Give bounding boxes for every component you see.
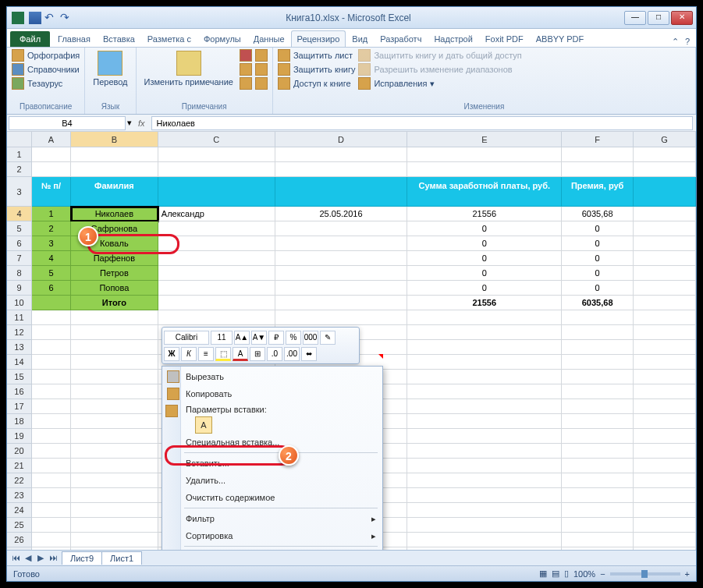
row-header[interactable]: 12 — [7, 325, 32, 340]
cell[interactable] — [32, 296, 71, 310]
thesaurus-button[interactable]: Тезаурус — [12, 77, 80, 90]
col-header-f[interactable]: F — [562, 132, 634, 147]
row-header[interactable]: 14 — [7, 355, 32, 370]
zoom-out-icon[interactable]: − — [600, 569, 605, 579]
research-button[interactable]: Справочники — [12, 63, 80, 76]
cell[interactable]: 3 — [32, 236, 71, 251]
view-layout-icon[interactable]: ▤ — [552, 569, 559, 579]
cell[interactable]: 6035,68 — [562, 296, 634, 310]
protect-sheet-button[interactable]: Защитить лист — [278, 49, 356, 62]
minimize-ribbon-icon[interactable]: ⌃ — [672, 37, 679, 47]
cell[interactable]: 0 — [562, 236, 634, 251]
row-header[interactable]: 16 — [7, 384, 32, 399]
tab-developer[interactable]: Разработч — [374, 30, 428, 47]
ctx-clear[interactable]: Очистить содержимое — [164, 489, 381, 506]
ctx-delete[interactable]: Удалить... — [164, 472, 381, 489]
protect-book-button[interactable]: Защитить книгу — [278, 63, 356, 76]
select-all-corner[interactable] — [7, 132, 32, 147]
currency-icon[interactable]: ₽ — [268, 331, 284, 345]
col-header-g[interactable]: G — [634, 132, 696, 147]
cell[interactable]: 0 — [562, 266, 634, 281]
cell[interactable]: 1 — [32, 207, 71, 221]
delete-comment-ribbon[interactable] — [240, 49, 252, 62]
cell[interactable]: 0 — [562, 281, 634, 296]
row-header[interactable]: 21 — [7, 459, 32, 473]
row-header[interactable]: 26 — [7, 533, 32, 547]
tab-data[interactable]: Данные — [247, 30, 291, 47]
translate-button[interactable]: Перевод — [90, 49, 130, 88]
share-book-button[interactable]: Доступ к книге — [278, 77, 356, 90]
cell[interactable]: 0 — [407, 251, 562, 266]
ctx-paste-special[interactable]: Специальная вставка... — [164, 434, 381, 451]
row-header[interactable]: 3 — [7, 177, 32, 207]
cell[interactable]: 4 — [32, 251, 71, 266]
ctx-cut[interactable]: Вырезать — [164, 368, 381, 385]
cell[interactable]: Фамилия — [71, 177, 158, 207]
minimize-button[interactable]: — — [624, 11, 646, 25]
decrease-decimal-icon[interactable]: .0 — [267, 347, 282, 361]
undo-icon[interactable]: ↶ — [44, 12, 57, 24]
row-header[interactable]: 4 — [7, 207, 32, 221]
cell[interactable]: 0 — [407, 236, 562, 251]
row-header[interactable]: 1 — [7, 147, 32, 162]
save-icon[interactable] — [29, 12, 41, 24]
sheet-tab[interactable]: Лист1 — [101, 551, 142, 565]
row-header[interactable]: 11 — [7, 310, 32, 325]
grow-font-icon[interactable]: A▲ — [234, 331, 250, 345]
shrink-font-icon[interactable]: A▼ — [251, 331, 267, 345]
tab-formulas[interactable]: Формулы — [197, 30, 247, 47]
font-color-icon[interactable]: A — [233, 347, 248, 361]
close-button[interactable]: ✕ — [671, 11, 693, 25]
cell[interactable]: 25.05.2016 — [275, 207, 408, 221]
row-header[interactable]: 19 — [7, 429, 32, 444]
row-header[interactable]: 25 — [7, 518, 32, 533]
row-header[interactable]: 17 — [7, 399, 32, 414]
redo-icon[interactable]: ↷ — [60, 12, 73, 24]
bold-button[interactable]: Ж — [164, 347, 179, 361]
cell[interactable] — [158, 296, 275, 310]
name-box[interactable]: B4 — [9, 116, 126, 130]
view-pagebreak-icon[interactable]: ▯ — [564, 569, 569, 579]
row-header[interactable]: 8 — [7, 266, 32, 281]
help-icon[interactable]: ? — [685, 37, 690, 47]
row-header[interactable]: 23 — [7, 488, 32, 503]
formula-bar[interactable]: Николаев — [151, 116, 693, 130]
ctx-insert[interactable]: Вставить... — [164, 455, 381, 472]
zoom-level[interactable]: 100% — [573, 569, 595, 579]
align-center-icon[interactable]: ≡ — [198, 347, 214, 361]
sheet-nav-prev-icon[interactable]: ◀ — [23, 553, 34, 563]
row-header[interactable]: 7 — [7, 251, 32, 266]
cell[interactable]: 0 — [562, 251, 634, 266]
col-header-a[interactable]: A — [32, 132, 71, 147]
cell[interactable]: 21556 — [407, 207, 562, 221]
cell[interactable]: 6035,68 — [562, 207, 634, 221]
cell[interactable] — [275, 221, 408, 236]
show-all-ribbon[interactable] — [255, 63, 268, 76]
col-header-b[interactable]: B — [71, 132, 158, 147]
tab-insert[interactable]: Вставка — [97, 30, 141, 47]
cell[interactable]: 0 — [407, 281, 562, 296]
fx-icon[interactable]: fx — [132, 119, 151, 128]
row-header[interactable]: 27 — [7, 547, 32, 550]
borders-icon[interactable]: ⊞ — [250, 347, 265, 361]
view-normal-icon[interactable]: ▦ — [539, 569, 547, 579]
font-size-select[interactable]: 11 — [211, 331, 233, 345]
cell[interactable]: Парфенов — [71, 251, 158, 266]
cell[interactable] — [275, 177, 408, 207]
cell[interactable]: 6 — [32, 281, 71, 296]
row-header[interactable]: 22 — [7, 473, 32, 488]
maximize-button[interactable]: □ — [648, 11, 669, 25]
allow-ranges-button[interactable]: Разрешить изменение диапазонов — [358, 63, 521, 76]
row-header[interactable]: 2 — [7, 162, 32, 177]
col-header-e[interactable]: E — [407, 132, 562, 147]
ctx-edit-comment[interactable]: Изменить примечание — [164, 548, 381, 550]
cell[interactable] — [158, 221, 275, 236]
col-header-d[interactable]: D — [275, 132, 408, 147]
cell[interactable]: Итого — [71, 296, 158, 310]
cell[interactable] — [275, 281, 408, 296]
cell[interactable] — [158, 177, 275, 207]
cell[interactable]: 5 — [32, 266, 71, 281]
cell[interactable]: Премия, руб — [562, 177, 634, 207]
ctx-filter[interactable]: Фильтр▸ — [164, 510, 381, 527]
comma-icon[interactable]: 000 — [303, 331, 318, 345]
